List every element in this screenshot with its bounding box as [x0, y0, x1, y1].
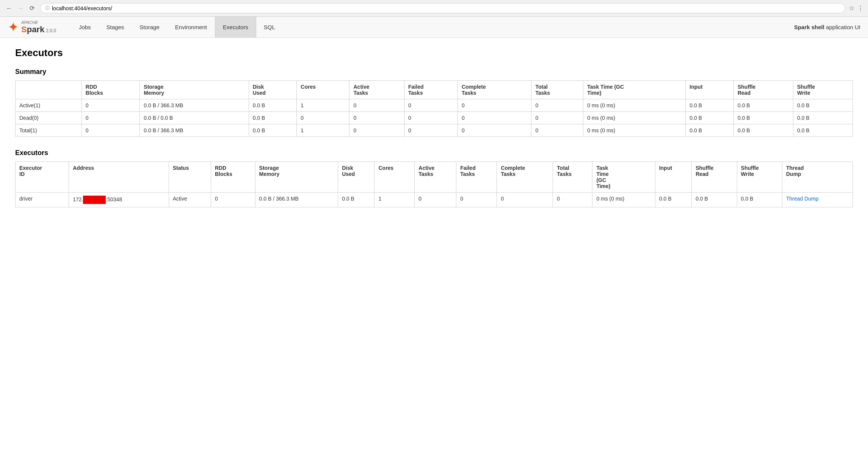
app-title: Spark shell application UI [794, 24, 860, 30]
summary-dead-disk: 0.0 B [249, 112, 297, 124]
summary-active-total-tasks: 0 [531, 99, 583, 112]
executor-row-driver: driver 172.:50348 Active 0 0.0 B / 366.3… [16, 193, 853, 207]
summary-active-rdd: 0 [81, 99, 139, 112]
summary-dead-label: Dead(0) [16, 112, 82, 124]
address-bar: ⓘ [40, 3, 845, 13]
executors-section-title: Executors [15, 149, 853, 157]
summary-col-shuffle-read: ShuffleRead [733, 81, 793, 99]
bookmark-button[interactable]: ☆ [849, 5, 854, 12]
exec-col-rdd: RDDBlocks [211, 162, 255, 193]
summary-row-total: Total(1) 0 0.0 B / 366.3 MB 0.0 B 1 0 0 … [16, 124, 853, 137]
summary-active-shuffle-read: 0.0 B [733, 99, 793, 112]
summary-table-header-row: RDDBlocks StorageMemory DiskUsed Cores A… [16, 81, 853, 99]
thread-dump-link[interactable]: Thread Dump [786, 196, 819, 202]
summary-dead-total-tasks: 0 [531, 112, 583, 124]
exec-col-cores: Cores [374, 162, 415, 193]
url-input[interactable] [52, 5, 840, 11]
exec-col-active-tasks: ActiveTasks [415, 162, 456, 193]
summary-col-total-tasks: TotalTasks [531, 81, 583, 99]
summary-total-task-time: 0 ms (0 ms) [583, 124, 686, 137]
nav-jobs[interactable]: Jobs [71, 17, 99, 38]
summary-dead-task-time: 0 ms (0 ms) [583, 112, 686, 124]
summary-dead-shuffle-read: 0.0 B [733, 112, 793, 124]
exec-driver-thread-dump[interactable]: Thread Dump [782, 193, 852, 207]
summary-total-complete-tasks: 0 [458, 124, 531, 137]
exec-col-shuffle-write: ShuffleWrite [737, 162, 782, 193]
summary-active-complete-tasks: 0 [458, 99, 531, 112]
exec-driver-active-tasks: 0 [415, 193, 456, 207]
address-redacted [83, 196, 106, 204]
summary-row-active: Active(1) 0 0.0 B / 366.3 MB 0.0 B 1 0 0… [16, 99, 853, 112]
exec-driver-shuffle-write: 0.0 B [737, 193, 782, 207]
summary-active-disk: 0.0 B [249, 99, 297, 112]
exec-driver-rdd: 0 [211, 193, 255, 207]
exec-driver-address: 172.:50348 [69, 193, 169, 207]
spark-logo: ✦ APACHE Spark 2.0.0 [8, 20, 56, 34]
menu-button[interactable]: ⋮ [857, 5, 863, 12]
exec-col-task-time: TaskTime(GCTime) [592, 162, 655, 193]
summary-col-disk: DiskUsed [249, 81, 297, 99]
summary-total-cores: 1 [297, 124, 349, 137]
summary-col-complete-tasks: CompleteTasks [458, 81, 531, 99]
summary-active-storage: 0.0 B / 366.3 MB [140, 99, 249, 112]
exec-col-complete-tasks: CompleteTasks [497, 162, 553, 193]
main-content: Executors Summary RDDBlocks StorageMemor… [0, 38, 868, 229]
nav-storage[interactable]: Storage [132, 17, 168, 38]
summary-dead-complete-tasks: 0 [458, 112, 531, 124]
summary-dead-shuffle-write: 0.0 B [793, 112, 852, 124]
exec-col-thread-dump: ThreadDump [782, 162, 852, 193]
exec-col-failed-tasks: FailedTasks [456, 162, 497, 193]
address-suffix: :50348 [106, 196, 122, 202]
nav-environment[interactable]: Environment [168, 17, 215, 38]
executors-table-header-row: ExecutorID Address Status RDDBlocks Stor… [16, 162, 853, 193]
summary-active-task-time: 0 ms (0 ms) [583, 99, 686, 112]
exec-col-shuffle-read: ShuffleRead [692, 162, 737, 193]
summary-total-failed-tasks: 0 [404, 124, 458, 137]
forward-button[interactable]: → [16, 4, 25, 13]
exec-driver-status: Active [169, 193, 211, 207]
exec-driver-task-time: 0 ms (0 ms) [592, 193, 655, 207]
summary-active-active-tasks: 0 [349, 99, 404, 112]
browser-actions: ☆ ⋮ [849, 5, 863, 12]
spark-version: 2.0.0 [46, 28, 56, 33]
summary-col-task-time: Task Time (GCTime) [583, 81, 686, 99]
back-button[interactable]: ← [5, 4, 14, 13]
exec-driver-disk: 0.0 B [338, 193, 374, 207]
summary-dead-input: 0.0 B [686, 112, 734, 124]
summary-total-rdd: 0 [81, 124, 139, 137]
reload-button[interactable]: ⟳ [27, 4, 36, 13]
exec-driver-failed-tasks: 0 [456, 193, 497, 207]
exec-driver-id: driver [16, 193, 69, 207]
summary-dead-failed-tasks: 0 [404, 112, 458, 124]
exec-col-status: Status [169, 162, 211, 193]
summary-col-shuffle-write: ShuffleWrite [793, 81, 852, 99]
summary-active-failed-tasks: 0 [404, 99, 458, 112]
address-prefix: 172. [73, 196, 83, 202]
exec-driver-complete-tasks: 0 [497, 193, 553, 207]
summary-total-input: 0.0 B [686, 124, 734, 137]
summary-total-label: Total(1) [16, 124, 82, 137]
executors-table: ExecutorID Address Status RDDBlocks Stor… [15, 162, 853, 207]
summary-dead-rdd: 0 [81, 112, 139, 124]
spark-wordmark: Spark [21, 25, 44, 34]
app-nav: ✦ APACHE Spark 2.0.0 Jobs Stages Storage… [0, 17, 868, 38]
summary-col-failed-tasks: FailedTasks [404, 81, 458, 99]
exec-col-id: ExecutorID [16, 162, 69, 193]
summary-active-cores: 1 [297, 99, 349, 112]
nav-stages[interactable]: Stages [99, 17, 132, 38]
summary-total-shuffle-write: 0.0 B [793, 124, 852, 137]
summary-col-active-tasks: ActiveTasks [349, 81, 404, 99]
exec-driver-total-tasks: 0 [553, 193, 592, 207]
exec-driver-cores: 1 [374, 193, 415, 207]
nav-sql[interactable]: SQL [256, 17, 283, 38]
summary-total-disk: 0.0 B [249, 124, 297, 137]
summary-total-shuffle-read: 0.0 B [733, 124, 793, 137]
summary-row-dead: Dead(0) 0 0.0 B / 0.0 B 0.0 B 0 0 0 0 0 … [16, 112, 853, 124]
page-title: Executors [15, 47, 853, 59]
exec-col-address: Address [69, 162, 169, 193]
summary-total-storage: 0.0 B / 366.3 MB [140, 124, 249, 137]
nav-executors[interactable]: Executors [215, 17, 256, 38]
summary-col-label [16, 81, 82, 99]
summary-active-input: 0.0 B [686, 99, 734, 112]
summary-col-storage-mem: StorageMemory [140, 81, 249, 99]
